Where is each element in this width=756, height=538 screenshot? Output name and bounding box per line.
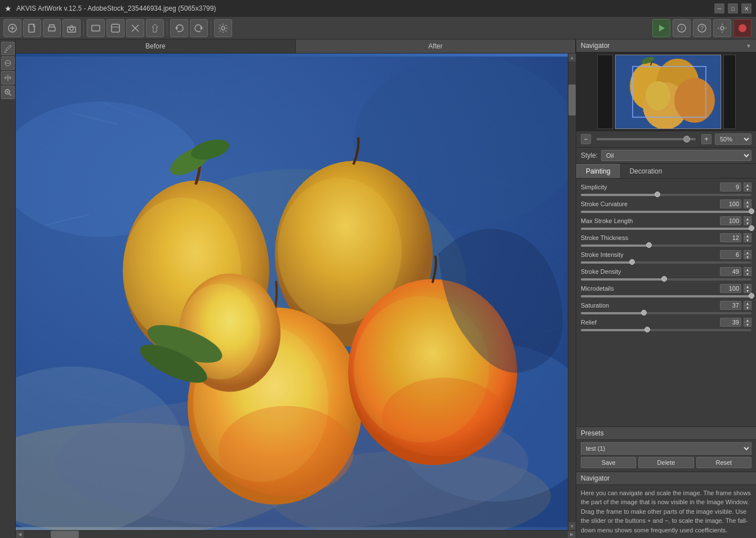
hscroll-thumb[interactable] — [51, 531, 79, 538]
spin-up-relief[interactable]: ▲ — [744, 318, 751, 322]
slider-saturation[interactable] — [581, 312, 751, 314]
slider-thumb-stroke-density[interactable] — [661, 276, 667, 282]
spin-down-stroke-density[interactable]: ▼ — [744, 272, 751, 276]
slider-simplicity[interactable] — [581, 194, 751, 196]
hscroll-right-button[interactable]: ▶ — [568, 531, 576, 539]
param-spinner-stroke-curvature: ▲ ▼ — [744, 199, 751, 208]
help-button[interactable]: ? — [693, 19, 711, 37]
slider-relief[interactable] — [581, 329, 751, 331]
eraser-tool[interactable] — [1, 56, 15, 70]
param-value-saturation[interactable] — [720, 301, 741, 310]
spin-up-stroke-density[interactable]: ▲ — [744, 267, 751, 272]
slider-stroke-intensity[interactable] — [581, 261, 751, 264]
spin-up-saturation[interactable]: ▲ — [744, 301, 751, 305]
horizontal-scrollbar[interactable]: ◀ ▶ — [16, 530, 576, 538]
run-button[interactable] — [652, 19, 670, 37]
slider-thumb-stroke-intensity[interactable] — [629, 259, 635, 265]
param-value-stroke-curvature[interactable] — [720, 199, 741, 208]
close-button[interactable]: ✕ — [741, 3, 751, 14]
edit2-button[interactable] — [106, 19, 124, 37]
slider-stroke-curvature[interactable] — [581, 211, 751, 213]
vscroll-thumb[interactable] — [568, 85, 576, 115]
spin-down-max-stroke-length[interactable]: ▼ — [744, 221, 751, 225]
slider-stroke-density[interactable] — [581, 278, 751, 281]
slider-stroke-thickness[interactable] — [581, 244, 751, 247]
spin-up-stroke-intensity[interactable]: ▲ — [744, 250, 751, 255]
svg-point-42 — [382, 378, 506, 457]
zoom-select[interactable]: 50% 25% 75% 100% 200% — [715, 134, 751, 145]
spin-up-simplicity[interactable]: ▲ — [744, 183, 751, 187]
spin-down-stroke-intensity[interactable]: ▼ — [744, 255, 751, 259]
param-value-stroke-intensity[interactable] — [720, 250, 741, 259]
vertical-scrollbar[interactable]: ▲ ▼ — [568, 54, 576, 530]
vscroll-down-button[interactable]: ▼ — [568, 522, 576, 530]
slider-thumb-microdetails[interactable] — [749, 293, 754, 299]
spin-up-max-stroke-length[interactable]: ▲ — [744, 216, 751, 221]
slider-thumb-relief[interactable] — [644, 327, 650, 332]
vscroll-up-button[interactable]: ▲ — [568, 54, 576, 61]
camera-button[interactable] — [63, 19, 81, 37]
pears-painting — [16, 54, 568, 530]
slider-thumb-saturation[interactable] — [641, 310, 647, 315]
redo-button[interactable] — [190, 19, 208, 37]
svg-point-57 — [674, 78, 715, 123]
param-value-microdetails[interactable] — [720, 284, 741, 293]
edit4-button[interactable] — [146, 19, 164, 37]
canvas-viewport[interactable] — [16, 54, 568, 530]
slider-thumb-simplicity[interactable] — [655, 192, 660, 197]
spin-down-simplicity[interactable]: ▼ — [744, 187, 751, 192]
edit1-button[interactable] — [87, 19, 105, 37]
tab-after[interactable]: After — [296, 39, 576, 53]
minimize-button[interactable]: ─ — [714, 3, 724, 14]
pan-tool[interactable] — [1, 71, 15, 85]
hscroll-left-button[interactable]: ◀ — [16, 531, 24, 539]
reset-preset-button[interactable]: Reset — [696, 457, 751, 468]
zoom-slider-track[interactable] — [597, 138, 696, 140]
spin-up-stroke-curvature[interactable]: ▲ — [744, 199, 751, 204]
param-value-stroke-density[interactable] — [720, 267, 741, 276]
print-button[interactable] — [43, 19, 61, 37]
delete-preset-button[interactable]: Delete — [638, 457, 693, 468]
zoom-slider-thumb[interactable] — [683, 136, 690, 143]
tab-before[interactable]: Before — [16, 39, 296, 53]
slider-thumb-max-stroke-length[interactable] — [749, 225, 754, 231]
param-value-simplicity[interactable] — [720, 183, 741, 192]
slider-microdetails[interactable] — [581, 295, 751, 297]
spin-down-saturation[interactable]: ▼ — [744, 305, 751, 310]
nav-preview-image[interactable] — [615, 55, 721, 129]
settings-button[interactable] — [214, 19, 232, 37]
slider-thumb-stroke-curvature[interactable] — [749, 208, 754, 214]
zoom-out-button[interactable]: − — [581, 134, 591, 144]
param-value-stroke-thickness[interactable] — [720, 233, 741, 242]
info-button[interactable]: i — [673, 19, 691, 37]
preferences-button[interactable] — [713, 19, 731, 37]
param-spinner-stroke-thickness: ▲ ▼ — [744, 233, 751, 242]
maximize-button[interactable]: □ — [728, 3, 738, 14]
tab-decoration[interactable]: Decoration — [620, 164, 671, 178]
tab-painting[interactable]: Painting — [576, 164, 620, 178]
spin-up-microdetails[interactable]: ▲ — [744, 284, 751, 288]
zoom-in-button[interactable]: + — [701, 134, 711, 144]
slider-max-stroke-length[interactable] — [581, 228, 751, 230]
undo-button[interactable] — [170, 19, 188, 37]
license-button[interactable] — [733, 19, 751, 37]
brush-tool[interactable] — [1, 42, 15, 55]
spin-down-stroke-curvature[interactable]: ▼ — [744, 204, 751, 208]
save-preset-button[interactable]: Save — [581, 457, 636, 468]
param-value-relief[interactable] — [720, 318, 741, 327]
slider-thumb-stroke-thickness[interactable] — [646, 242, 652, 248]
spin-up-stroke-thickness[interactable]: ▲ — [744, 233, 751, 238]
vscroll-track[interactable] — [568, 61, 576, 522]
spin-down-stroke-thickness[interactable]: ▼ — [744, 238, 751, 242]
style-select[interactable]: Oil Watercolor Pencil Comics — [601, 150, 751, 161]
hscroll-track[interactable] — [24, 531, 568, 538]
zoom-tool[interactable] — [1, 86, 15, 99]
file-button[interactable] — [23, 19, 41, 37]
edit3-button[interactable] — [126, 19, 144, 37]
spin-down-relief[interactable]: ▼ — [744, 322, 751, 327]
spin-down-microdetails[interactable]: ▼ — [744, 288, 751, 293]
param-value-max-stroke-length[interactable] — [720, 216, 741, 225]
open-button[interactable] — [3, 19, 21, 37]
param-row-relief: Relief ▲ ▼ — [576, 316, 756, 328]
preset-select[interactable]: test (1) Default Preset 1 — [581, 442, 751, 455]
